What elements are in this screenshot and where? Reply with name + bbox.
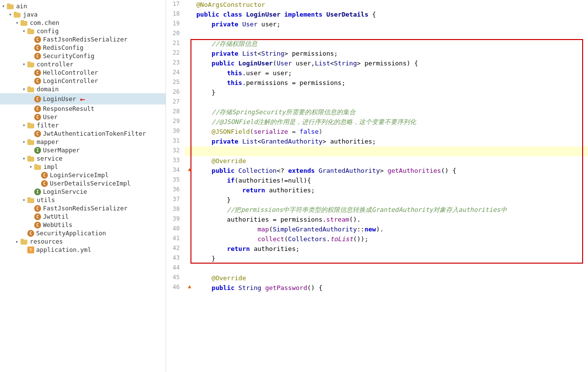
line-number: 19 — [166, 20, 185, 29]
code-content: if(authorities!=null){ — [194, 176, 588, 186]
folder-arrow[interactable] — [21, 86, 27, 92]
sidebar-item-UserDetailsServiceImpl[interactable]: CUserDetailsServiceImpl — [0, 179, 166, 187]
sidebar-item-LoginServiceImpl[interactable]: CLoginServiceImpl — [0, 171, 166, 179]
sidebar-item-FastJsonRedisSerializer2[interactable]: CFastJsonRedisSerializer — [0, 204, 166, 212]
line-number: 38 — [166, 205, 185, 215]
class-badge: C — [41, 172, 48, 179]
folder-arrow[interactable] — [7, 12, 14, 17]
sidebar-item-resources[interactable]: resources — [0, 237, 166, 246]
folder-arrow[interactable] — [21, 139, 27, 145]
sidebar-item-com.chen[interactable]: com.chen — [0, 19, 166, 27]
sidebar-item-FastJsonRedisSerializer[interactable]: CFastJsonRedisSerializer — [0, 35, 166, 43]
folder-arrow[interactable] — [21, 156, 27, 161]
code-content: this.user = user; — [194, 68, 588, 78]
sidebar-item-RedisConfig[interactable]: CRedisConfig — [0, 43, 166, 52]
folder-icon — [27, 123, 35, 128]
code-content: //存储权限信息 — [194, 39, 588, 49]
item-label: resources — [30, 238, 63, 245]
line-number: 43 — [166, 254, 185, 264]
code-content — [194, 29, 588, 39]
code-content: public class LoginUser implements UserDe… — [194, 10, 588, 20]
sidebar-item-utils[interactable]: utils — [0, 196, 166, 204]
item-label: RedisConfig — [43, 44, 84, 51]
folder-arrow[interactable] — [14, 239, 21, 244]
class-badge: C — [34, 69, 41, 76]
sidebar-item-LoginServcie[interactable]: ILoginServcie — [0, 187, 166, 196]
class-badge: C — [34, 213, 41, 220]
sidebar-item-mapper[interactable]: mapper — [0, 138, 166, 146]
sidebar-item-java[interactable]: java — [0, 10, 166, 19]
sidebar-item-LoginController[interactable]: CLoginController — [0, 77, 166, 85]
code-line: 24 this.user = user; — [166, 68, 588, 78]
line-number: 33 — [166, 156, 185, 166]
code-content: @Override — [194, 273, 588, 283]
folder-icon — [27, 156, 35, 162]
sidebar-item-config[interactable]: config — [0, 27, 166, 35]
item-label: FastJsonRedisSerializer — [43, 36, 127, 43]
code-line: 18public class LoginUser implements User… — [166, 10, 588, 20]
sidebar-item-ResponseResult[interactable]: CResponseResult — [0, 104, 166, 113]
class-badge: C — [41, 180, 48, 187]
sidebar-item-SecurityApplication[interactable]: CSecurityApplication — [0, 229, 166, 237]
code-content: //把permissions中字符串类型的权限信息转换成GrantedAutho… — [194, 205, 588, 215]
sidebar-item-service[interactable]: service — [0, 154, 166, 163]
item-label: LoginController — [43, 77, 98, 84]
folder-arrow[interactable] — [21, 197, 27, 203]
code-content: private User user; — [194, 20, 588, 29]
folder-icon — [34, 164, 42, 170]
sidebar-item-impl[interactable]: impl — [0, 163, 166, 171]
line-number: 46 — [166, 283, 185, 293]
class-badge: C — [27, 230, 34, 237]
sidebar-item-domain[interactable]: domain — [0, 85, 166, 93]
sidebar-item-HelloController[interactable]: CHelloController — [0, 68, 166, 77]
code-editor: 17@NoArgsConstructor18public class Login… — [166, 0, 588, 372]
sidebar-item-UserMapper[interactable]: IUserMapper — [0, 146, 166, 154]
item-label: config — [37, 27, 59, 35]
line-number: 28 — [166, 107, 185, 117]
code-content: authorities = permissions.stream(). — [194, 215, 588, 225]
line-number: 34 — [166, 166, 185, 176]
line-number: 18 — [166, 10, 185, 20]
folder-arrow[interactable] — [21, 123, 27, 128]
line-number: 44 — [166, 264, 185, 273]
folder-arrow[interactable] — [0, 3, 7, 9]
folder-arrow[interactable] — [21, 28, 27, 34]
line-number: 40 — [166, 225, 185, 234]
folder-icon — [7, 3, 15, 9]
sidebar-item-main[interactable]: ain — [0, 2, 166, 10]
sidebar-item-LoginUser[interactable]: CLoginUser← — [0, 93, 166, 104]
code-content: @NoArgsConstructor — [194, 0, 588, 10]
code-line: 43 } — [166, 254, 588, 264]
code-content: return authorities; — [194, 244, 588, 254]
class-badge: C — [34, 114, 41, 121]
folder-arrow[interactable] — [27, 164, 34, 169]
code-content: @Override — [194, 156, 588, 166]
sidebar-item-WebUtils[interactable]: CWebUtils — [0, 221, 166, 229]
folder-arrow[interactable] — [14, 20, 21, 25]
sidebar-item-User[interactable]: CUser — [0, 113, 166, 121]
line-number: 29 — [166, 117, 185, 127]
sidebar-item-SecurityConfig[interactable]: CSecurityConfig — [0, 52, 166, 60]
sidebar-item-application.yml[interactable]: Yapplication.yml — [0, 246, 166, 254]
class-badge: C — [34, 36, 41, 43]
code-line: 36 return authorities; — [166, 186, 588, 195]
line-number: 26 — [166, 88, 185, 98]
sidebar-item-filter[interactable]: filter — [0, 121, 166, 129]
code-line: 37 } — [166, 195, 588, 205]
sidebar-item-JwtUtil[interactable]: CJwtUtil — [0, 212, 166, 221]
class-badge: C — [34, 53, 41, 60]
item-label: LoginServiceImpl — [50, 171, 108, 179]
gutter-marker: ▲ — [188, 166, 191, 172]
code-content — [194, 264, 588, 273]
folder-arrow[interactable] — [21, 62, 27, 67]
code-content: private List<GrantedAuthority> authoriti… — [194, 137, 588, 146]
item-label: User — [43, 113, 58, 121]
sidebar-item-JwtAuthenticationTokenFilter[interactable]: CJwtAuthenticationTokenFilter — [0, 129, 166, 138]
file-tree[interactable]: ainjavacom.chenconfigCFastJsonRedisSeria… — [0, 0, 166, 372]
folder-icon — [27, 197, 35, 203]
code-content: collect(Collectors.toList()); — [194, 234, 588, 244]
item-label: impl — [43, 163, 58, 170]
item-label: ain — [16, 2, 27, 10]
sidebar-item-controller[interactable]: controller — [0, 60, 166, 68]
code-content: return authorities; — [194, 186, 588, 195]
